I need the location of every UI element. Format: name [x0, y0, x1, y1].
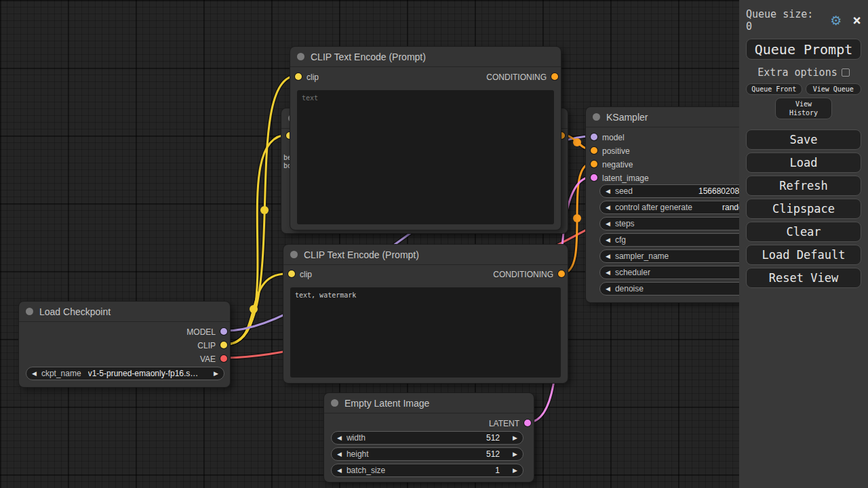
wire-clip-to-bottom-encode — [226, 274, 286, 344]
input-port-model[interactable] — [591, 134, 597, 140]
output-label-latent: LATENT — [489, 419, 519, 428]
collapse-dot-icon[interactable] — [593, 113, 600, 121]
node-header[interactable]: CLIP Text Encode (Prompt) — [283, 245, 568, 265]
prompt-textarea[interactable]: text, watermark — [290, 287, 561, 378]
widget-height[interactable]: ◀ height 512 ▶ — [331, 447, 524, 461]
decrement-arrow-icon[interactable]: ◀ — [606, 237, 610, 243]
widget-width[interactable]: ◀ width 512 ▶ — [331, 431, 524, 445]
output-port-latent[interactable] — [524, 420, 531, 426]
comfy-menu: Queue size: 0 ⚙ × Queue Prompt Extra opt… — [739, 0, 868, 488]
next-arrow-icon[interactable]: ▶ — [214, 370, 218, 377]
queue-size-label: Queue size: 0 — [746, 8, 823, 33]
node-title: Load Checkpoint — [39, 306, 111, 317]
decrement-arrow-icon[interactable]: ◀ — [606, 285, 610, 292]
node-header[interactable]: CLIP Text Encode (Prompt) — [290, 47, 561, 67]
input-port-latent-image[interactable] — [591, 174, 597, 181]
prompt-textarea[interactable]: text — [297, 90, 554, 224]
load-default-button[interactable]: Load Default — [746, 245, 861, 265]
node-title: CLIP Text Encode (Prompt) — [311, 52, 426, 62]
widget-value: 1 — [495, 466, 500, 475]
widget-label: cfg — [615, 235, 626, 245]
decrement-arrow-icon[interactable]: ◀ — [606, 204, 610, 211]
widget-value: v1-5-pruned-emaonly-fp16.s… — [88, 369, 199, 378]
extra-options-checkbox[interactable] — [842, 68, 850, 77]
widget-value: 512 — [486, 449, 500, 459]
input-label-clip: clip — [300, 270, 312, 279]
input-label-model: model — [602, 133, 625, 142]
widget-batch-size[interactable]: ◀ batch_size 1 ▶ — [331, 464, 524, 477]
increment-arrow-icon[interactable]: ▶ — [513, 451, 517, 458]
decrement-arrow-icon[interactable]: ◀ — [606, 269, 610, 276]
reset-view-button[interactable]: Reset View — [746, 268, 861, 288]
close-icon[interactable]: × — [852, 15, 861, 26]
input-label-latent-image: latent_image — [602, 174, 649, 183]
input-port-positive[interactable] — [591, 147, 597, 154]
node-header[interactable]: Empty Latent Image — [324, 393, 534, 413]
widget-label: denoise — [615, 284, 644, 293]
prev-arrow-icon[interactable]: ◀ — [32, 370, 37, 377]
extra-options-label: Extra options — [757, 66, 837, 79]
widget-label: scheduler — [615, 268, 650, 277]
widget-value: 512 — [486, 433, 500, 443]
widget-label: seed — [615, 186, 633, 196]
widget-label: height — [347, 449, 369, 459]
output-port-clip[interactable] — [220, 342, 227, 348]
node-title: KSampler — [606, 112, 648, 123]
node-clip-text-encode-bottom[interactable]: CLIP Text Encode (Prompt) clip CONDITION… — [283, 244, 568, 384]
settings-gear-icon[interactable]: ⚙ — [830, 14, 842, 27]
decrement-arrow-icon[interactable]: ◀ — [337, 467, 342, 474]
decrement-arrow-icon[interactable]: ◀ — [606, 220, 610, 227]
widget-label: batch_size — [347, 466, 385, 475]
collapse-dot-icon[interactable] — [297, 53, 304, 60]
output-label-conditioning: CONDITIONING — [493, 270, 553, 279]
widget-ckpt-name[interactable]: ◀ ckpt_name v1-5-pruned-emaonly-fp16.s… … — [26, 367, 224, 380]
output-label-conditioning: CONDITIONING — [486, 73, 547, 82]
widget-label: width — [347, 433, 366, 443]
node-clip-text-encode-top[interactable]: CLIP Text Encode (Prompt) clip CONDITION… — [290, 46, 561, 230]
output-port-conditioning[interactable] — [558, 270, 565, 277]
widget-value: 1566802087 — [698, 186, 744, 196]
output-label-model: MODEL — [186, 327, 216, 337]
view-history-label-bottom: History — [789, 108, 818, 117]
view-queue-button[interactable]: View Queue — [806, 83, 862, 95]
collapse-dot-icon[interactable] — [331, 399, 338, 407]
decrement-arrow-icon[interactable]: ◀ — [606, 253, 610, 260]
clipspace-button[interactable]: Clipspace — [746, 199, 861, 219]
input-label-clip: clip — [307, 73, 319, 82]
decrement-arrow-icon[interactable]: ◀ — [337, 434, 342, 441]
output-port-model[interactable] — [220, 328, 227, 335]
input-port-clip[interactable] — [295, 73, 302, 80]
increment-arrow-icon[interactable]: ▶ — [513, 434, 517, 441]
queue-front-button[interactable]: Queue Front — [746, 83, 802, 95]
decrement-arrow-icon[interactable]: ◀ — [337, 451, 342, 458]
output-port-vae[interactable] — [220, 355, 227, 362]
input-port-clip[interactable] — [288, 270, 295, 277]
save-button[interactable]: Save — [746, 129, 861, 150]
queue-prompt-button[interactable]: Queue Prompt — [746, 39, 861, 60]
node-header[interactable]: Load Checkpoint — [19, 302, 230, 322]
output-port-conditioning[interactable] — [551, 73, 558, 80]
input-label-positive: positive — [602, 146, 630, 156]
collapse-dot-icon[interactable] — [26, 308, 33, 315]
view-history-label-top: View — [795, 100, 812, 108]
load-button[interactable]: Load — [746, 152, 861, 173]
graph-canvas[interactable]: be bo CLIP Text Encode (Prompt) clip CON… — [0, 0, 868, 488]
decrement-arrow-icon[interactable]: ◀ — [606, 188, 610, 195]
node-title: CLIP Text Encode (Prompt) — [304, 249, 419, 260]
input-label-negative: negative — [602, 160, 633, 169]
collapse-dot-icon[interactable] — [290, 251, 298, 258]
node-empty-latent-image[interactable]: Empty Latent Image LATENT ◀ width 512 ▶ … — [323, 392, 534, 483]
widget-label: sampler_name — [615, 251, 669, 261]
clear-button[interactable]: Clear — [746, 222, 861, 242]
output-label-vae: VAE — [200, 354, 216, 364]
widget-label: ckpt_name — [41, 369, 81, 378]
widget-label: steps — [615, 219, 635, 228]
increment-arrow-icon[interactable]: ▶ — [513, 467, 517, 474]
node-title: Empty Latent Image — [344, 398, 429, 409]
widget-label: control after generate — [615, 203, 692, 212]
output-label-clip: CLIP — [197, 341, 216, 350]
input-port-negative[interactable] — [591, 161, 597, 167]
refresh-button[interactable]: Refresh — [746, 176, 861, 196]
view-history-button[interactable]: View History — [775, 98, 832, 119]
node-load-checkpoint[interactable]: Load Checkpoint MODEL CLIP VAE ◀ ckpt_na… — [18, 301, 231, 388]
